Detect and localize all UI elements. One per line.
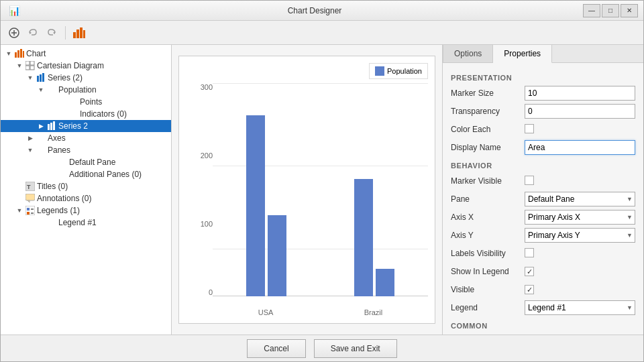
toggle-population[interactable]: ▼ [36,84,46,95]
main-content: ▼ Chart ▼ Cartesian Diagram ▼ Series (2) [1,45,643,335]
legend-select[interactable]: Legend #1 [525,300,635,315]
svg-rect-10 [17,50,19,58]
tree-item-panes[interactable]: ▼ Panes [1,144,171,156]
display-name-label: Display Name [451,143,525,152]
tree-item-annotations[interactable]: Annotations (0) [1,192,171,204]
tree-item-series[interactable]: ▼ Series (2) [1,72,171,84]
titles-icon: T [25,181,36,192]
marker-size-input[interactable] [525,86,635,101]
axis-x-select[interactable]: Primary Axis X [525,210,635,225]
toggle-chart[interactable]: ▼ [3,48,14,59]
toggle-defaultpane [46,157,57,168]
svg-rect-21 [50,123,52,130]
tree-item-points[interactable]: Points [1,96,171,108]
svg-rect-19 [42,73,44,82]
marker-visible-checkbox[interactable] [525,176,534,185]
y-200: 200 [201,152,213,160]
svg-rect-25 [25,194,35,200]
title-bar: 📊 Chart Designer — □ ✕ [1,1,643,21]
axis-y-select[interactable]: Primary Axis Y [525,228,635,243]
tree-label-population: Population [58,85,97,95]
tree-label-series: Series (2) [48,73,83,82]
tree-item-titles[interactable]: T Titles (0) [1,180,171,192]
show-in-legend-checkbox[interactable] [525,267,534,276]
display-name-input[interactable] [525,140,635,155]
indicators-icon [68,109,78,119]
app-icon: 📊 [6,3,22,19]
transparency-label: Transparency [451,107,525,116]
tree-item-cartesian[interactable]: ▼ Cartesian Diagram [1,60,171,72]
svg-marker-26 [28,200,30,202]
bars-area [213,83,428,296]
prop-row-labelsvisibility: Labels Visibility [451,246,635,261]
add-button[interactable] [6,25,22,41]
chart-type-button[interactable] [71,25,87,41]
minimize-button[interactable]: — [583,4,600,17]
toggle-series[interactable]: ▼ [25,72,36,83]
toggle-annotations [14,193,25,204]
props-scroll[interactable]: PRESENTATION Marker Size Transparency Co… [443,63,643,335]
tree-item-population[interactable]: ▼ Population [1,84,171,96]
bar-group-brazil [321,83,429,296]
right-panel: Options Properties PRESENTATION Marker S… [442,45,643,335]
cancel-button[interactable]: Cancel [247,339,305,358]
tab-options[interactable]: Options [443,45,493,62]
legends-icon [25,205,36,216]
tree-item-additionalpanes[interactable]: Additional Panes (0) [1,168,171,180]
legend-color-box [375,66,384,76]
svg-rect-18 [40,74,42,82]
color-each-label: Color Each [451,125,525,134]
svg-text:T: T [27,184,31,190]
svg-rect-12 [23,51,24,58]
chart-legend: Population [369,63,428,79]
axis-y-value: Primary Axis Y ▼ [525,228,635,243]
show-in-legend-value [525,267,635,277]
toggle-legends[interactable]: ▼ [14,205,25,216]
maximize-button[interactable]: □ [602,4,619,17]
color-each-checkbox[interactable] [525,124,534,133]
save-exit-button[interactable]: Save and Exit [314,339,397,358]
svg-rect-17 [37,76,39,82]
svg-rect-14 [30,61,34,65]
chart-icon [14,48,25,59]
close-button[interactable]: ✕ [621,4,638,17]
display-name-value [525,140,635,155]
defaultpane-icon [57,157,68,168]
tree-item-chart[interactable]: ▼ Chart [1,48,171,60]
toggle-cartesian[interactable]: ▼ [14,60,25,71]
prop-row-pane: Pane Default Pane ▼ [451,192,635,206]
svg-rect-6 [76,29,79,38]
section-behavior: BEHAVIOR [451,162,635,170]
toggle-series2[interactable]: ▶ [36,121,46,131]
axis-x-value: Primary Axis X ▼ [525,210,635,225]
svg-rect-9 [15,52,17,58]
visible-checkbox[interactable] [525,285,534,294]
y-axis: 300 200 100 0 [186,83,213,296]
labels-visibility-label: Labels Visibility [451,249,525,258]
x-brazil: Brazil [364,308,383,316]
tree-item-indicators[interactable]: Indicators (0) [1,108,171,120]
additionalpanes-icon [57,169,68,180]
labels-visibility-checkbox[interactable] [525,248,534,257]
main-window: 📊 Chart Designer — □ ✕ [0,0,644,362]
pane-value: Default Pane ▼ [525,192,635,206]
svg-rect-16 [30,66,34,70]
svg-marker-4 [53,32,55,34]
toggle-axes[interactable]: ▶ [25,133,36,143]
tab-properties[interactable]: Properties [493,45,552,63]
axes-icon [36,133,46,143]
redo-button[interactable] [44,25,60,41]
tree-item-axes[interactable]: ▶ Axes [1,132,171,144]
tree-item-legend1[interactable]: Legend #1 [1,217,171,229]
svg-rect-20 [48,124,50,130]
toggle-indicators [57,109,68,119]
tree-item-defaultpane[interactable]: Default Pane [1,156,171,168]
pane-select[interactable]: Default Pane [525,192,635,206]
tree-item-series2[interactable]: ▶ Series 2 [1,120,171,132]
prop-row-showinlegend: Show In Legend [451,264,635,279]
undo-button[interactable] [25,25,41,41]
points-icon [68,97,78,107]
toggle-panes[interactable]: ▼ [25,145,36,156]
transparency-input[interactable] [525,104,635,119]
tree-item-legends[interactable]: ▼ Legends (1) [1,204,171,217]
